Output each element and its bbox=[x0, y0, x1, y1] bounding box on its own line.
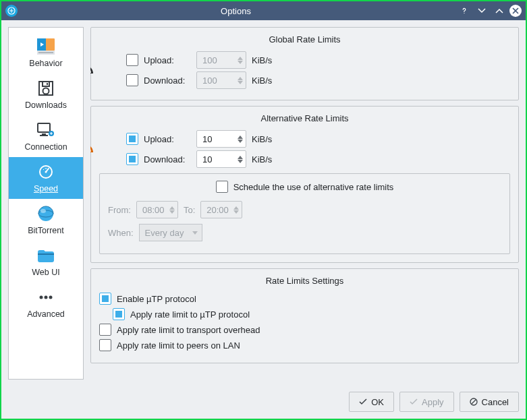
close-button[interactable] bbox=[509, 5, 522, 17]
spin-arrows[interactable] bbox=[233, 77, 243, 84]
sidebar-item-behavior[interactable]: Behavior bbox=[9, 32, 83, 73]
unit-label: KiB/s bbox=[252, 134, 272, 144]
when-label: When: bbox=[108, 228, 134, 238]
spin-arrows[interactable] bbox=[229, 206, 239, 214]
apply-button[interactable]: Apply bbox=[399, 392, 454, 412]
alt-download-spinbox[interactable]: 10 bbox=[196, 150, 246, 168]
from-time-spinbox[interactable]: 08:00 bbox=[136, 201, 178, 218]
speed-icon bbox=[35, 161, 57, 183]
sidebar-item-label: BitTorrent bbox=[28, 226, 64, 235]
behavior-icon bbox=[35, 36, 57, 57]
svg-point-8 bbox=[43, 88, 49, 94]
global-upload-spinbox[interactable]: 100 bbox=[196, 51, 246, 69]
overhead-label: Apply rate limit to transport overhead bbox=[117, 325, 260, 335]
sidebar: Behavior Downloads Connection Speed BitT… bbox=[8, 27, 84, 380]
schedule-checkbox[interactable] bbox=[216, 181, 228, 193]
svg-rect-11 bbox=[40, 135, 48, 136]
enable-utp-label: Enable µTP protocol bbox=[117, 294, 196, 304]
sidebar-item-label: Speed bbox=[34, 184, 58, 193]
bittorrent-icon bbox=[35, 203, 57, 224]
sidebar-item-label: Web UI bbox=[32, 268, 59, 277]
sidebar-item-webui[interactable]: Web UI bbox=[9, 241, 83, 282]
alt-upload-checkbox[interactable] bbox=[126, 133, 138, 145]
to-label: To: bbox=[184, 205, 195, 215]
svg-rect-4 bbox=[38, 52, 53, 53]
unit-label: KiB/s bbox=[252, 55, 272, 65]
dialog-buttons: OK Apply Cancel bbox=[8, 392, 519, 412]
group-title: Rate Limits Settings bbox=[99, 276, 510, 286]
spin-arrows[interactable] bbox=[233, 156, 243, 163]
svg-point-21 bbox=[49, 296, 53, 299]
unit-label: KiB/s bbox=[252, 154, 272, 164]
rate-limits-settings-group: Rate Limits Settings Enable µTP protocol… bbox=[90, 268, 519, 363]
sidebar-item-label: Advanced bbox=[27, 309, 65, 319]
utp-limit-checkbox[interactable] bbox=[113, 308, 125, 320]
alt-download-label: Download: bbox=[144, 154, 191, 164]
ok-button[interactable]: OK bbox=[349, 392, 394, 412]
unit-label: KiB/s bbox=[252, 76, 272, 86]
cancel-button[interactable]: Cancel bbox=[460, 392, 519, 412]
advanced-icon bbox=[35, 287, 57, 308]
alt-upload-label: Upload: bbox=[144, 134, 191, 144]
schedule-label: Schedule the use of alternative rate lim… bbox=[233, 182, 394, 192]
group-title: Global Rate Limits bbox=[99, 34, 510, 44]
cancel-icon bbox=[470, 398, 478, 406]
sidebar-item-connection[interactable]: Connection bbox=[9, 115, 83, 157]
group-title: Alternative Rate Limits bbox=[99, 113, 510, 123]
connection-icon bbox=[35, 119, 57, 141]
check-icon bbox=[359, 398, 367, 405]
spin-arrows[interactable] bbox=[165, 206, 175, 214]
check-icon bbox=[410, 398, 418, 405]
speedometer-icon bbox=[90, 62, 94, 76]
global-rate-limits-group: Global Rate Limits Upload: 100 KiB bbox=[90, 27, 519, 100]
speedometer-alt-icon bbox=[90, 141, 94, 155]
downloads-icon bbox=[35, 78, 57, 99]
svg-rect-9 bbox=[38, 123, 50, 132]
enable-utp-checkbox[interactable] bbox=[99, 293, 111, 305]
global-upload-checkbox[interactable] bbox=[126, 54, 138, 66]
maximize-button[interactable] bbox=[492, 3, 507, 18]
svg-rect-6 bbox=[43, 82, 49, 86]
utp-limit-label: Apply rate limit to µTP protocol bbox=[130, 309, 250, 320]
spin-arrows[interactable] bbox=[233, 136, 243, 143]
svg-rect-7 bbox=[47, 83, 48, 85]
spin-arrows[interactable] bbox=[233, 57, 243, 64]
chevron-down-icon bbox=[192, 231, 198, 235]
from-label: From: bbox=[108, 205, 131, 215]
sidebar-item-label: Connection bbox=[24, 142, 67, 152]
global-download-label: Download: bbox=[144, 76, 191, 86]
alt-upload-spinbox[interactable]: 10 bbox=[196, 130, 246, 148]
sidebar-item-advanced[interactable]: Advanced bbox=[9, 282, 83, 324]
alt-rate-limits-group: Alternative Rate Limits Upload: 10 bbox=[90, 106, 519, 263]
webui-icon bbox=[35, 245, 57, 266]
svg-point-14 bbox=[45, 171, 47, 173]
sidebar-item-label: Downloads bbox=[25, 100, 67, 110]
lan-checkbox[interactable] bbox=[99, 339, 111, 351]
sidebar-item-downloads[interactable]: Downloads bbox=[9, 73, 83, 115]
svg-rect-18 bbox=[38, 253, 54, 255]
minimize-button[interactable] bbox=[474, 3, 489, 18]
overhead-checkbox[interactable] bbox=[99, 324, 111, 336]
titlebar: Options bbox=[1, 1, 526, 20]
svg-point-17 bbox=[40, 209, 46, 213]
sidebar-item-label: Behavior bbox=[29, 59, 62, 68]
to-time-spinbox[interactable]: 20:00 bbox=[200, 201, 242, 218]
global-download-spinbox[interactable]: 100 bbox=[196, 71, 246, 89]
app-icon bbox=[5, 5, 18, 17]
sidebar-item-speed[interactable]: Speed bbox=[9, 157, 83, 199]
global-download-checkbox[interactable] bbox=[126, 74, 138, 86]
main-panel: Global Rate Limits Upload: 100 KiB bbox=[90, 27, 519, 380]
svg-point-20 bbox=[45, 296, 48, 299]
window-title: Options bbox=[18, 6, 454, 16]
global-upload-label: Upload: bbox=[144, 55, 191, 65]
svg-point-19 bbox=[40, 296, 43, 299]
schedule-box: Schedule the use of alternative rate lim… bbox=[99, 173, 510, 254]
help-button[interactable] bbox=[457, 3, 472, 18]
sidebar-item-bittorrent[interactable]: BitTorrent bbox=[9, 199, 83, 241]
svg-rect-10 bbox=[42, 133, 46, 135]
when-combobox[interactable]: Every day bbox=[139, 224, 202, 241]
alt-download-checkbox[interactable] bbox=[126, 153, 138, 165]
lan-label: Apply rate limit to peers on LAN bbox=[117, 340, 240, 351]
